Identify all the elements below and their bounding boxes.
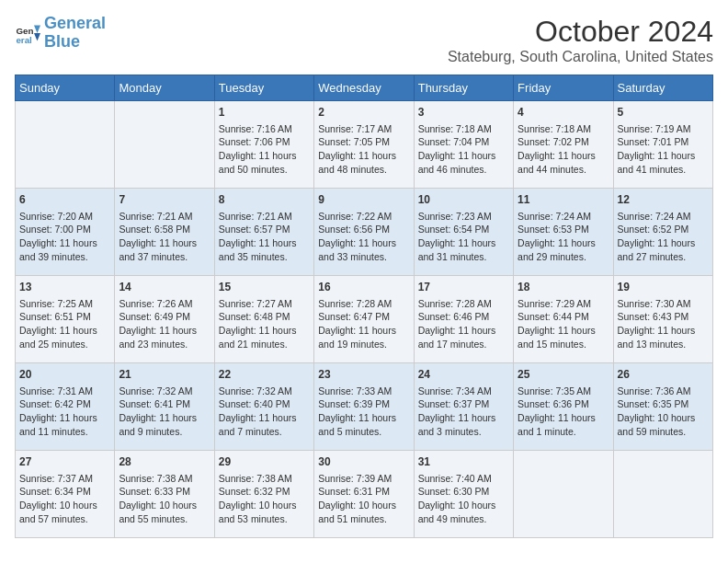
svg-marker-2 — [34, 25, 40, 32]
day-info: Sunrise: 7:27 AM Sunset: 6:48 PM Dayligh… — [219, 297, 310, 351]
day-info: Sunrise: 7:31 AM Sunset: 6:42 PM Dayligh… — [19, 385, 110, 439]
day-info: Sunrise: 7:37 AM Sunset: 6:34 PM Dayligh… — [19, 472, 110, 526]
page-title: October 2024 — [448, 15, 713, 49]
day-number: 10 — [418, 192, 509, 208]
calendar-cell: 15Sunrise: 7:27 AM Sunset: 6:48 PM Dayli… — [214, 276, 313, 363]
calendar-cell: 8Sunrise: 7:21 AM Sunset: 6:57 PM Daylig… — [214, 189, 313, 276]
day-number: 26 — [618, 367, 709, 383]
calendar-cell: 7Sunrise: 7:21 AM Sunset: 6:58 PM Daylig… — [115, 189, 214, 276]
calendar-cell — [514, 451, 613, 538]
day-number: 21 — [119, 367, 210, 383]
logo: Gen eral General Blue — [15, 15, 106, 52]
day-info: Sunrise: 7:18 AM Sunset: 7:02 PM Dayligh… — [518, 122, 609, 177]
day-info: Sunrise: 7:24 AM Sunset: 6:52 PM Dayligh… — [618, 210, 709, 264]
header-saturday: Saturday — [613, 75, 712, 101]
calendar-cell: 28Sunrise: 7:38 AM Sunset: 6:33 PM Dayli… — [115, 451, 214, 538]
calendar-cell: 10Sunrise: 7:23 AM Sunset: 6:54 PM Dayli… — [414, 189, 513, 276]
calendar-cell: 22Sunrise: 7:32 AM Sunset: 6:40 PM Dayli… — [214, 363, 313, 451]
day-info: Sunrise: 7:36 AM Sunset: 6:35 PM Dayligh… — [618, 385, 709, 439]
page-header: Gen eral General Blue October 2024 State… — [15, 15, 713, 65]
calendar-table: SundayMondayTuesdayWednesdayThursdayFrid… — [15, 75, 713, 538]
header-friday: Friday — [514, 75, 613, 101]
calendar-cell: 24Sunrise: 7:34 AM Sunset: 6:37 PM Dayli… — [414, 363, 513, 451]
calendar-cell: 5Sunrise: 7:19 AM Sunset: 7:01 PM Daylig… — [613, 101, 712, 189]
day-number: 14 — [119, 280, 210, 295]
day-number: 2 — [318, 105, 409, 121]
day-number: 20 — [19, 367, 110, 383]
calendar-cell: 20Sunrise: 7:31 AM Sunset: 6:42 PM Dayli… — [16, 363, 115, 451]
day-info: Sunrise: 7:40 AM Sunset: 6:30 PM Dayligh… — [418, 472, 509, 526]
day-info: Sunrise: 7:26 AM Sunset: 6:49 PM Dayligh… — [119, 297, 210, 351]
logo-icon: Gen eral — [15, 20, 40, 46]
day-info: Sunrise: 7:18 AM Sunset: 7:04 PM Dayligh… — [418, 122, 509, 177]
calendar-cell — [115, 101, 214, 189]
calendar-cell: 26Sunrise: 7:36 AM Sunset: 6:35 PM Dayli… — [613, 363, 712, 451]
day-number: 1 — [219, 105, 310, 121]
day-number: 15 — [219, 280, 310, 295]
day-info: Sunrise: 7:32 AM Sunset: 6:40 PM Dayligh… — [219, 385, 310, 439]
day-info: Sunrise: 7:24 AM Sunset: 6:53 PM Dayligh… — [518, 210, 609, 264]
day-number: 29 — [219, 454, 310, 470]
day-info: Sunrise: 7:21 AM Sunset: 6:57 PM Dayligh… — [219, 210, 310, 264]
calendar-cell: 31Sunrise: 7:40 AM Sunset: 6:30 PM Dayli… — [414, 451, 513, 538]
calendar-cell: 14Sunrise: 7:26 AM Sunset: 6:49 PM Dayli… — [115, 276, 214, 363]
page-subtitle: Stateburg, South Carolina, United States — [448, 49, 713, 65]
calendar-week-row: 27Sunrise: 7:37 AM Sunset: 6:34 PM Dayli… — [16, 451, 713, 538]
svg-marker-3 — [34, 33, 40, 40]
calendar-cell: 12Sunrise: 7:24 AM Sunset: 6:52 PM Dayli… — [613, 189, 712, 276]
day-number: 17 — [418, 280, 509, 295]
day-info: Sunrise: 7:29 AM Sunset: 6:44 PM Dayligh… — [518, 297, 609, 351]
day-number: 4 — [518, 105, 609, 121]
calendar-cell — [613, 451, 712, 538]
day-info: Sunrise: 7:32 AM Sunset: 6:41 PM Dayligh… — [119, 385, 210, 439]
calendar-cell: 1Sunrise: 7:16 AM Sunset: 7:06 PM Daylig… — [214, 101, 313, 189]
day-info: Sunrise: 7:16 AM Sunset: 7:06 PM Dayligh… — [219, 122, 310, 177]
day-number: 31 — [418, 454, 509, 470]
day-number: 23 — [318, 367, 409, 383]
day-info: Sunrise: 7:25 AM Sunset: 6:51 PM Dayligh… — [19, 297, 110, 351]
day-info: Sunrise: 7:35 AM Sunset: 6:36 PM Dayligh… — [518, 385, 609, 439]
calendar-cell: 29Sunrise: 7:38 AM Sunset: 6:32 PM Dayli… — [214, 451, 313, 538]
calendar-week-row: 13Sunrise: 7:25 AM Sunset: 6:51 PM Dayli… — [16, 276, 713, 363]
calendar-cell: 13Sunrise: 7:25 AM Sunset: 6:51 PM Dayli… — [16, 276, 115, 363]
calendar-header-row: SundayMondayTuesdayWednesdayThursdayFrid… — [16, 75, 713, 101]
calendar-cell: 18Sunrise: 7:29 AM Sunset: 6:44 PM Dayli… — [514, 276, 613, 363]
title-block: October 2024 Stateburg, South Carolina, … — [448, 15, 713, 65]
day-info: Sunrise: 7:34 AM Sunset: 6:37 PM Dayligh… — [418, 385, 509, 439]
header-thursday: Thursday — [414, 75, 513, 101]
day-number: 5 — [618, 105, 709, 121]
logo-text: General Blue — [44, 15, 106, 52]
calendar-cell: 4Sunrise: 7:18 AM Sunset: 7:02 PM Daylig… — [514, 101, 613, 189]
header-wednesday: Wednesday — [314, 75, 414, 101]
day-number: 8 — [219, 192, 310, 208]
day-number: 27 — [19, 454, 110, 470]
day-info: Sunrise: 7:30 AM Sunset: 6:43 PM Dayligh… — [618, 297, 709, 351]
header-sunday: Sunday — [16, 75, 115, 101]
calendar-cell: 27Sunrise: 7:37 AM Sunset: 6:34 PM Dayli… — [16, 451, 115, 538]
day-number: 25 — [518, 367, 609, 383]
day-number: 6 — [19, 192, 110, 208]
day-number: 24 — [418, 367, 509, 383]
calendar-cell: 9Sunrise: 7:22 AM Sunset: 6:56 PM Daylig… — [314, 189, 414, 276]
calendar-cell: 11Sunrise: 7:24 AM Sunset: 6:53 PM Dayli… — [514, 189, 613, 276]
header-monday: Monday — [115, 75, 214, 101]
day-number: 16 — [318, 280, 409, 295]
day-number: 30 — [318, 454, 409, 470]
calendar-cell: 21Sunrise: 7:32 AM Sunset: 6:41 PM Dayli… — [115, 363, 214, 451]
calendar-cell: 30Sunrise: 7:39 AM Sunset: 6:31 PM Dayli… — [314, 451, 414, 538]
day-info: Sunrise: 7:17 AM Sunset: 7:05 PM Dayligh… — [318, 122, 409, 177]
calendar-cell: 23Sunrise: 7:33 AM Sunset: 6:39 PM Dayli… — [314, 363, 414, 451]
svg-text:eral: eral — [16, 35, 32, 45]
calendar-cell: 17Sunrise: 7:28 AM Sunset: 6:46 PM Dayli… — [414, 276, 513, 363]
calendar-week-row: 20Sunrise: 7:31 AM Sunset: 6:42 PM Dayli… — [16, 363, 713, 451]
header-tuesday: Tuesday — [214, 75, 313, 101]
day-number: 7 — [119, 192, 210, 208]
day-number: 18 — [518, 280, 609, 295]
day-number: 3 — [418, 105, 509, 121]
calendar-cell: 2Sunrise: 7:17 AM Sunset: 7:05 PM Daylig… — [314, 101, 414, 189]
day-info: Sunrise: 7:39 AM Sunset: 6:31 PM Dayligh… — [318, 472, 409, 526]
day-number: 28 — [119, 454, 210, 470]
calendar-cell: 6Sunrise: 7:20 AM Sunset: 7:00 PM Daylig… — [16, 189, 115, 276]
calendar-cell: 19Sunrise: 7:30 AM Sunset: 6:43 PM Dayli… — [613, 276, 712, 363]
calendar-week-row: 6Sunrise: 7:20 AM Sunset: 7:00 PM Daylig… — [16, 189, 713, 276]
